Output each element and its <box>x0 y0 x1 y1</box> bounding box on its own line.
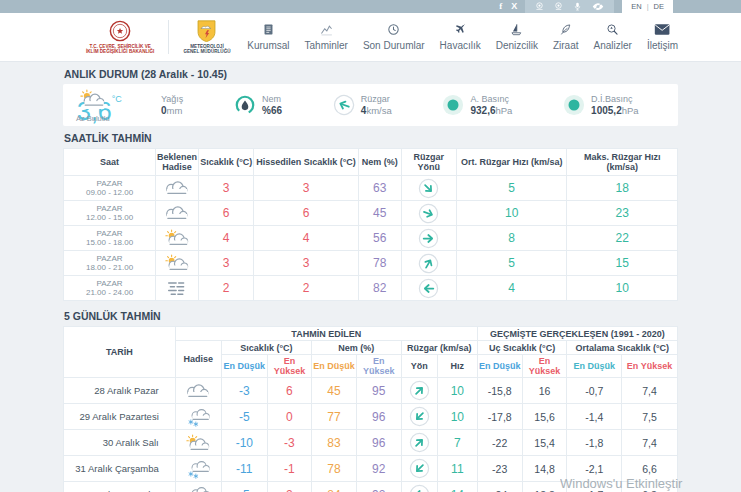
nav-item-tahminler[interactable]: Tahminler <box>305 23 348 51</box>
daily-forecast-table: TARİH TAHMİN EDİLEN GEÇMİŞTE GERÇEKLEŞEN… <box>63 326 678 492</box>
weather-icon-cell <box>156 176 199 201</box>
topbar-tools <box>525 0 614 13</box>
content: ANLIK DURUM (28 Aralık - 10.45) 3,6°C Az… <box>0 68 741 492</box>
nav-item-ziraat[interactable]: Ziraat <box>553 23 579 51</box>
daily-avg_high-cell: 7,5 <box>622 404 678 430</box>
current-item-value: 0mm <box>161 105 183 116</box>
daily-hum_low-cell: 78 <box>312 456 357 482</box>
topbar: f X EN | DE <box>0 0 741 13</box>
hourly-feels_like-cell: 6 <box>254 201 358 226</box>
wind-direction-cell <box>401 226 456 251</box>
current-temperature-unit: °C <box>112 94 122 104</box>
nav-item-son-durumlar[interactable]: Son Durumlar <box>363 23 425 51</box>
nav-label-analizler: Analizler <box>594 40 632 51</box>
hourly-humidity-cell: 45 <box>358 201 401 226</box>
daily-hum_high-cell: 92 <box>356 482 401 492</box>
lang-en[interactable]: EN <box>631 2 641 11</box>
windows-activation-watermark: Windows'u Etkinleştir <box>560 476 682 491</box>
partly-sunny-icon <box>157 253 197 273</box>
plane-icon <box>454 23 467 36</box>
daily-avg_low-cell: -0,7 <box>567 378 622 404</box>
daily-hum_high-cell: 96 <box>356 404 401 430</box>
daily-date-cell: 30 Aralık Salı <box>64 430 176 456</box>
hourly-time-cell: PAZAR12.00 - 15.00 <box>64 201 156 226</box>
envelope-icon <box>654 23 670 36</box>
mgm-shield-icon <box>197 20 216 42</box>
hourly-time-cell: PAZAR15.00 - 18.00 <box>64 226 156 251</box>
wind-direction-icon <box>333 94 355 116</box>
microphone-icon[interactable] <box>573 2 582 11</box>
weather-icon-cell <box>156 276 199 301</box>
hourly-avg_wind-cell: 4 <box>456 276 567 301</box>
lang-separator: | <box>647 2 649 11</box>
logos: T.C. ÇEVRE, ŞEHİRCİLİK VE İKLİM DEĞİŞİKL… <box>86 20 231 55</box>
hourly-max_wind-cell: 10 <box>567 276 678 301</box>
cloudy-icon <box>157 203 197 223</box>
daily-hum_low-cell: 45 <box>312 378 357 404</box>
mgm-logo-text: GENEL MÜDÜRLÜĞÜ <box>183 49 230 54</box>
hourly-col-header-2: Sıcaklık (°C) <box>199 149 254 176</box>
magnifier-icon <box>606 23 619 36</box>
daily-sub-extreme-header: Uç Sıcaklık (°C) <box>477 341 567 355</box>
hourly-feels_like-cell: 2 <box>254 276 358 301</box>
lang-de[interactable]: DE <box>654 2 664 11</box>
weather-icon-cell <box>175 378 221 404</box>
partly-sunny-icon <box>177 433 220 453</box>
weather-icon-cell <box>175 482 221 492</box>
wind-direction-cell <box>401 378 437 404</box>
snowy-icon <box>177 407 220 427</box>
current-item-value: 1005,2hPa <box>591 105 639 116</box>
daily-label-wind-dir: Yön <box>401 355 437 378</box>
daily-date-cell: 31 Aralık Çarşamba <box>64 456 176 482</box>
nav-item-analizler[interactable]: Analizler <box>594 23 632 51</box>
hourly-temp-cell: 2 <box>199 276 254 301</box>
daily-sub-temperature-header: Sıcaklık (°C) <box>221 341 311 355</box>
table-row: PAZAR21.00 - 24.002282410 <box>64 276 678 301</box>
wind-direction-icon <box>403 278 455 299</box>
daily-temp_high-cell: 6 <box>267 378 311 404</box>
daily-temp_high-cell: -1 <box>267 456 311 482</box>
daily-hum_low-cell: 84 <box>312 482 357 492</box>
current-item-nem: Nem%66 <box>234 94 282 116</box>
hourly-humidity-cell: 78 <box>358 251 401 276</box>
wind-direction-cell <box>401 404 437 430</box>
daily-temp_low-cell: -10 <box>221 430 267 456</box>
ministry-logo[interactable]: T.C. ÇEVRE, ŞEHİRCİLİK VE İKLİM DEĞİŞİKL… <box>86 20 154 55</box>
daily-ext_low-cell: -22 <box>477 430 522 456</box>
daily-temp_low-cell: -3 <box>221 378 267 404</box>
x-twitter-icon[interactable]: X <box>511 2 517 11</box>
current-item-value: %66 <box>262 105 282 116</box>
hourly-temp-cell: 4 <box>199 226 254 251</box>
wind-direction-icon <box>403 380 436 401</box>
current-item-a-basinc: A. Basınç932,6hPa <box>442 94 512 116</box>
hourly-col-header-1: Beklenen Hadise <box>156 149 199 176</box>
facebook-icon[interactable]: f <box>499 2 502 11</box>
daily-col-event-header: Hadise <box>175 341 221 378</box>
partly-sunny-icon <box>157 228 197 248</box>
wind-direction-icon <box>403 458 436 479</box>
daily-section-title: 5 GÜNLÜK TAHMİN <box>64 310 678 322</box>
pressure-dot-icon <box>442 94 464 116</box>
nav-label-iletisim: İletişim <box>647 40 678 51</box>
daily-date-cell: 29 Aralık Pazartesi <box>64 404 176 430</box>
snowy-icon <box>177 485 220 492</box>
sailboat-icon <box>510 23 523 36</box>
daily-wind-speed-cell: 14 <box>437 482 477 492</box>
current-item-text: D.İ.Basınç1005,2hPa <box>591 94 639 116</box>
daily-wind-speed-cell: 11 <box>437 456 477 482</box>
daily-section-title-text: 5 GÜNLÜK TAHMİN <box>64 310 161 322</box>
webcam-icon-1[interactable] <box>535 2 544 11</box>
snowy-icon <box>177 459 220 479</box>
mgm-logo[interactable]: METEOROLOJİ GENEL MÜDÜRLÜĞÜ <box>183 20 230 55</box>
nav-item-havacilik[interactable]: Havacılık <box>440 23 481 51</box>
webcam-icon-2[interactable] <box>554 2 563 11</box>
nav-item-iletisim[interactable]: İletişim <box>647 23 678 51</box>
nav-item-denizcilik[interactable]: Denizcilik <box>496 23 538 51</box>
current-item-label: A. Basınç <box>470 94 512 105</box>
nav-item-kurumsal[interactable]: Kurumsal <box>247 23 289 51</box>
daily-label-temp-low: En Düşük <box>221 355 267 378</box>
quill-icon <box>559 23 572 36</box>
eye-icon[interactable] <box>592 2 604 11</box>
hourly-max_wind-cell: 23 <box>567 201 678 226</box>
wind-direction-cell <box>401 251 456 276</box>
